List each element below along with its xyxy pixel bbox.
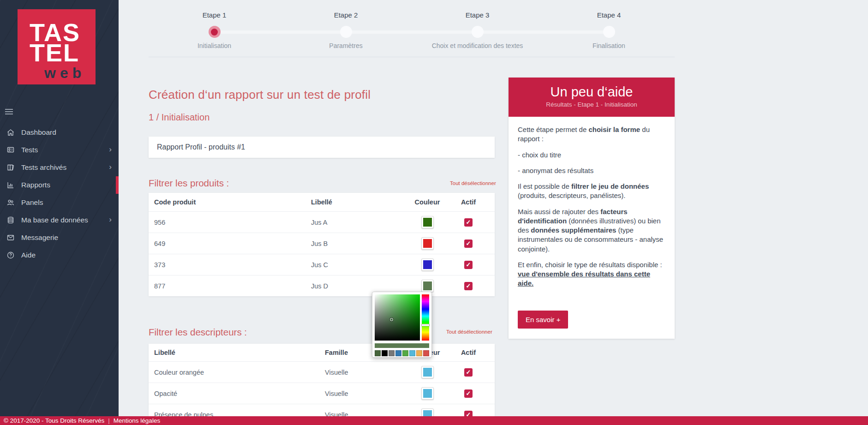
sidebar-menu: Dashboard › Tests › Tests archivés › (0, 124, 119, 264)
column-header: Libellé (309, 198, 407, 206)
sidebar-item[interactable]: Dashboard › (0, 124, 119, 141)
palette-swatch[interactable] (375, 350, 381, 356)
report-name-input[interactable] (149, 137, 495, 158)
product-label: Jus D (309, 282, 407, 290)
column-header: Couleur (415, 198, 440, 206)
saturation-value-area[interactable] (375, 294, 420, 341)
color-swatch-button[interactable] (421, 280, 434, 292)
palette-swatch[interactable] (423, 350, 429, 356)
descriptor-row: Opacité Visuelle ✓ (149, 383, 495, 404)
help-text-segment: - anonymat des résultats (518, 167, 593, 174)
step-name-label: Choix et modification des textes (412, 42, 543, 49)
help-paragraph: - anonymat des résultats (518, 166, 665, 175)
sidebar-item[interactable]: Ma base de données › (0, 211, 119, 229)
step-dot (209, 26, 221, 38)
descriptor-row: Couleur orangée Visuelle ✓ (149, 361, 495, 383)
color-swatch-button[interactable] (421, 237, 434, 250)
wizard-stepper: Etape 1 Initialisation Etape 2 Paramètre… (149, 9, 675, 53)
sidebar-item[interactable]: Messagerie › (0, 229, 119, 246)
help-text-segment: Et enfin, choisir le type de résultats d… (518, 261, 662, 269)
help-text-segment: filtrer le jeu de données (571, 182, 649, 190)
palette-swatch[interactable] (409, 350, 415, 356)
step-dot (603, 26, 615, 38)
footer-bar: © 2017-2020 - Tous Droits Réservés | Men… (0, 416, 868, 425)
sidebar-item[interactable]: Panels › (0, 194, 119, 211)
sidebar-item-label: Panels (21, 198, 43, 207)
learn-more-button[interactable]: En savoir + (518, 311, 568, 329)
color-swatch-button[interactable] (421, 258, 434, 271)
legal-notice-link[interactable]: Mentions légales (114, 417, 160, 424)
color-palette (375, 350, 429, 356)
app-logo: TAS TEL web (18, 9, 96, 84)
home-icon (6, 128, 16, 137)
archive-icon (6, 163, 16, 172)
wizard-step: Etape 4 Finalisation (543, 9, 675, 49)
palette-swatch[interactable] (389, 350, 395, 356)
column-header: Actif (461, 349, 476, 356)
wizard-step: Etape 2 Paramètres (280, 9, 412, 49)
help-panel: Un peu d‘aide Résultats - Etape 1 - Init… (509, 78, 675, 339)
help-paragraph: Mais aussi de rajouter des facteurs d'id… (518, 207, 665, 254)
hue-strip[interactable] (422, 294, 429, 341)
help-title: Un peu d‘aide (509, 78, 675, 100)
step-number-label: Etape 1 (149, 11, 280, 21)
descriptors-section-heading: Filtrer les descripteurs : (149, 327, 247, 338)
palette-swatch[interactable] (382, 350, 388, 356)
products-deselect-all-link[interactable]: Tout désélectionner (450, 180, 496, 186)
column-header: Code produit (152, 198, 309, 206)
help-inline-link[interactable]: vue d'ensemble des résultats dans cette … (518, 270, 650, 287)
active-checkbox[interactable]: ✓ (464, 368, 473, 377)
step-name-label: Finalisation (543, 42, 675, 49)
sidebar-item-label: Tests archivés (21, 163, 66, 172)
report-chart-icon (6, 181, 16, 189)
color-swatch (423, 218, 432, 227)
palette-swatch[interactable] (395, 350, 401, 356)
product-label: Jus C (309, 261, 407, 269)
sidebar-item[interactable]: Tests archivés › (0, 159, 119, 176)
products-section-heading: Filtrer les produits : (149, 178, 229, 189)
color-swatch-button[interactable] (421, 366, 434, 378)
app-page: TAS TEL web Dashboard › Tests › (0, 0, 868, 425)
descriptor-family: Visuelle (323, 390, 407, 397)
active-checkbox[interactable]: ✓ (464, 282, 473, 290)
help-text-segment: choisir la forme (588, 126, 640, 133)
footer-separator: | (108, 417, 110, 424)
products-table: Code produit Libellé Couleur Actif 956 J… (149, 193, 495, 296)
hue-slider[interactable] (421, 324, 430, 326)
sidebar-collapse-icon[interactable] (5, 109, 13, 116)
active-checkbox[interactable]: ✓ (464, 218, 473, 227)
logo-text: TAS TEL (18, 9, 96, 63)
color-swatch-button[interactable] (421, 216, 434, 228)
active-checkbox[interactable]: ✓ (464, 239, 473, 248)
sidebar-item[interactable]: Aide › (0, 246, 119, 264)
product-code: 649 (152, 240, 309, 247)
page-title: Création d‘un rapport sur un test de pro… (149, 88, 371, 102)
active-checkbox[interactable]: ✓ (464, 261, 473, 269)
sidebar-item[interactable]: Tests › (0, 141, 119, 159)
saturation-cursor[interactable] (390, 318, 393, 321)
chevron-right-icon: › (109, 215, 112, 224)
palette-swatch[interactable] (402, 350, 408, 356)
descriptors-table-header: Libellé Famille Couleur Actif (149, 344, 495, 361)
color-swatch (423, 239, 432, 248)
wizard-step: Etape 1 Initialisation (149, 9, 280, 49)
step-name-label: Initialisation (149, 42, 280, 49)
color-swatch-button[interactable] (421, 387, 434, 400)
column-header: Actif (461, 198, 476, 206)
product-label: Jus B (309, 240, 407, 247)
help-text-segment: Cette étape permet de (518, 126, 588, 133)
test-icon (6, 146, 16, 154)
help-paragraph: Et enfin, choisir le type de résultats d… (518, 260, 665, 288)
descriptor-family: Visuelle (323, 369, 407, 376)
help-text-segment: Il est possible de (518, 182, 571, 190)
product-code: 877 (152, 282, 309, 290)
descriptors-deselect-all-link[interactable]: Tout désélectionner (446, 329, 492, 335)
active-checkbox[interactable]: ✓ (464, 389, 473, 398)
sidebar-item[interactable]: Rapports › (0, 176, 119, 194)
color-swatch (423, 368, 432, 377)
logo-web-text: web (44, 65, 96, 82)
descriptors-table: Libellé Famille Couleur Actif Couleur or… (149, 344, 495, 425)
palette-swatch[interactable] (416, 350, 422, 356)
database-icon (6, 216, 16, 224)
color-swatch (423, 281, 432, 290)
